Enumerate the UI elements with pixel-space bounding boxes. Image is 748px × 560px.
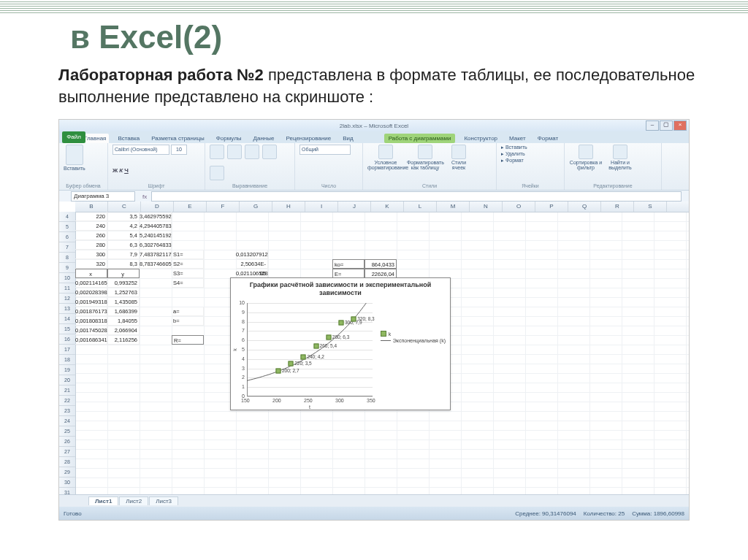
row-header[interactable]: 30 xyxy=(59,477,75,488)
formula-bar[interactable] xyxy=(151,191,682,202)
col-header[interactable]: Q xyxy=(568,202,601,212)
sheet-tab[interactable]: Лист1 xyxy=(88,496,118,505)
cell[interactable]: 2,50634E-05 xyxy=(236,259,268,269)
tab-design[interactable]: Конструктор xyxy=(461,134,500,143)
sheet-tab[interactable]: Лист3 xyxy=(149,496,178,505)
align-icon[interactable] xyxy=(210,145,224,159)
cell[interactable]: ko= xyxy=(332,259,365,269)
col-header[interactable]: S xyxy=(634,202,667,212)
row-header[interactable]: 8 xyxy=(59,253,75,263)
chart-object[interactable]: Графики расчётной зависимости и эксперим… xyxy=(230,277,451,410)
row-header[interactable]: 24 xyxy=(59,416,75,426)
cell[interactable]: 280 xyxy=(75,240,107,250)
cell[interactable]: 220 xyxy=(75,212,107,221)
format-as-table-button[interactable]: Форматировать как таблицу xyxy=(407,145,443,170)
cell[interactable]: 0,001949318 xyxy=(75,297,107,307)
cell[interactable]: 8,783746605 xyxy=(140,259,172,269)
cell[interactable]: 0,002114165 xyxy=(75,278,107,288)
insert-button[interactable]: ▸ Вставить xyxy=(501,145,527,150)
worksheet[interactable]: BCDEFGHIJKLMNOPQRS 456789101112131415161… xyxy=(59,202,689,507)
cell[interactable]: 2,066904 xyxy=(107,326,140,335)
cell[interactable]: 6,302764833 xyxy=(140,240,172,250)
cell[interactable]: S4= xyxy=(172,278,204,288)
wrap-icon[interactable] xyxy=(262,145,277,159)
col-header[interactable]: F xyxy=(207,202,240,212)
minimize-button[interactable]: – xyxy=(646,120,659,131)
col-header[interactable]: M xyxy=(437,202,470,212)
sheet-tab[interactable]: Лист2 xyxy=(119,496,148,505)
row-header[interactable]: 19 xyxy=(59,365,75,375)
tab-format[interactable]: Формат xyxy=(535,134,561,143)
cell[interactable]: 864,0433 xyxy=(365,259,397,269)
font-size-input[interactable]: 10 xyxy=(171,145,187,155)
cell[interactable]: 0,001745028 xyxy=(75,326,107,335)
row-header[interactable]: 21 xyxy=(59,386,75,396)
tab-layout[interactable]: Макет xyxy=(506,134,529,143)
cell[interactable]: 7,483782117 xyxy=(140,250,172,259)
row-header[interactable]: 20 xyxy=(59,375,75,386)
row-header[interactable]: 14 xyxy=(59,314,75,324)
col-header[interactable]: P xyxy=(535,202,568,212)
tab-view[interactable]: Вид xyxy=(340,134,356,143)
find-select-button[interactable]: Найти и выделить xyxy=(606,145,635,170)
delete-button[interactable]: ▸ Удалить xyxy=(501,151,525,157)
tab-pagelayout[interactable]: Разметка страницы xyxy=(148,134,207,143)
cell[interactable]: 0,001686341 xyxy=(75,335,107,345)
cell[interactable]: S2= xyxy=(172,259,204,269)
row-header[interactable]: 11 xyxy=(59,283,75,294)
tab-insert[interactable]: Вставка xyxy=(115,134,142,143)
col-header[interactable]: O xyxy=(503,202,535,212)
cell[interactable]: 3,462975592 xyxy=(140,212,172,221)
cell[interactable]: 240 xyxy=(75,221,107,231)
row-header[interactable]: 9 xyxy=(59,263,75,273)
col-header[interactable]: R xyxy=(601,202,634,212)
cell[interactable]: 1,84055 xyxy=(107,316,140,326)
cell[interactable]: x xyxy=(75,269,107,278)
cell[interactable]: 4,294405783 xyxy=(140,221,172,231)
cell[interactable]: 1,252763 xyxy=(107,288,140,297)
row-header[interactable]: 12 xyxy=(59,294,75,304)
row-header[interactable]: 5 xyxy=(59,222,75,232)
cell[interactable]: b= xyxy=(172,316,204,326)
cell[interactable]: 0,993252 xyxy=(107,278,140,288)
row-header[interactable]: 18 xyxy=(59,355,75,365)
cell[interactable]: 5,4 xyxy=(107,231,140,240)
row-header[interactable]: 23 xyxy=(59,406,75,416)
cell[interactable]: 8,3 xyxy=(107,259,140,269)
col-header[interactable]: B xyxy=(75,202,108,212)
merge-icon[interactable] xyxy=(210,166,224,180)
cell[interactable]: 4,2 xyxy=(107,221,140,231)
cell[interactable]: 260 xyxy=(75,231,107,240)
cell[interactable]: 1,435085 xyxy=(107,297,140,307)
sort-filter-button[interactable]: Сортировка и фильтр xyxy=(569,145,603,170)
number-format[interactable]: Общий xyxy=(299,145,351,155)
tab-review[interactable]: Рецензирование xyxy=(283,134,334,143)
maximize-button[interactable]: ▢ xyxy=(660,120,673,131)
row-header[interactable]: 29 xyxy=(59,467,75,477)
col-header[interactable]: N xyxy=(470,202,503,212)
cell[interactable]: y xyxy=(107,269,140,278)
cell[interactable]: 5,240145192 xyxy=(140,231,172,240)
row-header[interactable]: 17 xyxy=(59,345,75,355)
underline-button[interactable]: Ч xyxy=(124,167,129,174)
row-header[interactable]: 4 xyxy=(59,212,75,222)
col-header[interactable]: K xyxy=(371,202,404,212)
row-headers[interactable]: 4567891011121314151617181920212223242526… xyxy=(59,212,76,507)
paste-button[interactable]: Вставить xyxy=(64,145,85,171)
cell[interactable]: 0,001876173 xyxy=(75,307,107,316)
cell[interactable]: 3,5 xyxy=(107,212,140,221)
row-header[interactable]: 13 xyxy=(59,304,75,314)
cell[interactable]: 2,116256 xyxy=(107,335,140,345)
close-button[interactable]: × xyxy=(673,120,687,131)
row-header[interactable]: 6 xyxy=(59,232,75,242)
col-header[interactable]: G xyxy=(240,202,272,212)
cell[interactable]: S1= xyxy=(172,250,204,259)
row-header[interactable]: 26 xyxy=(59,437,75,447)
row-header[interactable]: 25 xyxy=(59,426,75,437)
fx-icon[interactable]: fx xyxy=(142,193,147,200)
cell[interactable]: 0,013207912 xyxy=(236,250,268,259)
cell[interactable]: 0,001808318 xyxy=(75,316,107,326)
cell[interactable]: 6,3 xyxy=(107,240,140,250)
tab-formulas[interactable]: Формулы xyxy=(213,134,245,143)
italic-button[interactable]: К xyxy=(119,167,123,174)
